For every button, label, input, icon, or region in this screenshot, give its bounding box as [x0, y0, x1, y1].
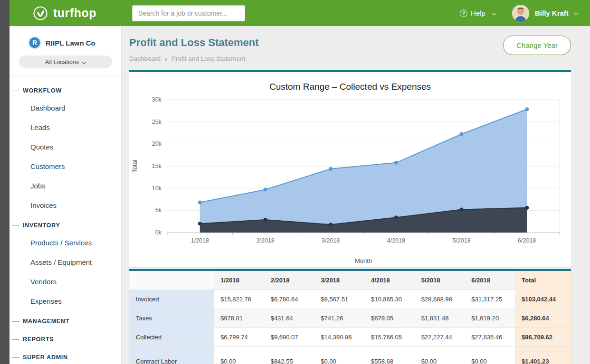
- table-group-spacer: [129, 347, 571, 352]
- chart-card: Custom Range – Collected vs Expenses 0k5…: [129, 70, 571, 267]
- sidebar-section-label: MANAGEMENT: [23, 318, 69, 325]
- table-header-row: 1/20182/20183/20184/20185/20186/2018Tota…: [129, 271, 571, 290]
- table-header-3-2018: 3/2018: [314, 271, 364, 290]
- sidebar-section-management: MANAGEMENT: [10, 311, 121, 329]
- search-input[interactable]: [132, 5, 245, 21]
- row-value: $9,690.07: [264, 328, 314, 347]
- tree-dash-icon: [12, 339, 19, 340]
- svg-text:5/2018: 5/2018: [452, 237, 470, 244]
- profit-loss-table: 1/20182/20183/20184/20185/20186/2018Tota…: [129, 271, 571, 364]
- row-label: Contract Labor: [129, 352, 214, 364]
- app-body: R RIIPL Lawn Co All Locations WORKFLOWDa…: [10, 26, 590, 364]
- table-row-invoiced: Invoiced$15,822.76$6,780.64$9,567.51$10,…: [129, 290, 571, 309]
- row-value: $842.55: [264, 352, 314, 364]
- table-header-4-2018: 4/2018: [364, 271, 415, 290]
- svg-text:Total: Total: [131, 159, 138, 173]
- company-name: RIIPL Lawn Co: [46, 39, 95, 47]
- sidebar-section-label: REPORTS: [23, 336, 54, 343]
- table-header-blank: [129, 271, 214, 290]
- row-value: $10,865.30: [364, 290, 415, 309]
- svg-text:3/2018: 3/2018: [322, 237, 340, 244]
- row-value: $0.00: [465, 352, 515, 364]
- row-value: $9,567.51: [314, 290, 364, 309]
- help-menu[interactable]: ? Help: [460, 9, 496, 17]
- row-value: $27,835.46: [465, 328, 515, 347]
- change-year-button[interactable]: Change Year: [503, 36, 571, 55]
- help-label: Help: [471, 9, 485, 17]
- row-value: $6,780.64: [264, 290, 314, 309]
- tree-dash-icon: [12, 225, 19, 226]
- window-left-gutter: [0, 0, 10, 364]
- app-shell: turfhop ? Help Billy Kraft: [10, 0, 590, 364]
- row-label: Collected: [129, 328, 214, 347]
- main-content: Profit and Loss Statement Dashboard › Pr…: [122, 26, 590, 364]
- chevron-down-icon: [82, 60, 86, 64]
- sidebar-nav: WORKFLOWDashboardLeadsQuotesCustomersJob…: [10, 76, 121, 364]
- row-label: Invoiced: [129, 290, 214, 309]
- row-value: $1,619.20: [465, 309, 515, 328]
- company-badge-icon: R: [29, 37, 41, 49]
- location-selector[interactable]: All Locations: [19, 56, 112, 68]
- row-value: $22,227.44: [415, 328, 465, 347]
- svg-text:25k: 25k: [152, 119, 162, 125]
- sidebar-item-expenses[interactable]: Expenses: [10, 291, 121, 311]
- breadcrumb-current: Profit and Loss Statement: [171, 55, 245, 62]
- sidebar-section-reports: REPORTS: [10, 329, 121, 347]
- company-header: R RIIPL Lawn Co: [10, 26, 121, 55]
- breadcrumb-dashboard[interactable]: Dashboard: [129, 55, 161, 62]
- table-header-2-2018: 2/2018: [264, 271, 314, 290]
- row-value: $0.00: [415, 352, 465, 364]
- breadcrumb-separator-icon: ›: [165, 55, 167, 63]
- user-avatar[interactable]: [512, 5, 529, 22]
- location-selector-label: All Locations: [45, 59, 79, 65]
- row-value: $6,799.74: [214, 328, 264, 347]
- row-total: $6,280.64: [515, 309, 571, 328]
- sidebar-item-jobs[interactable]: Jobs: [10, 176, 121, 196]
- row-value: $741.26: [314, 309, 364, 328]
- sidebar-section-label: SUPER ADMIN: [23, 354, 68, 361]
- svg-text:Month: Month: [355, 257, 372, 264]
- sidebar: R RIIPL Lawn Co All Locations WORKFLOWDa…: [10, 26, 122, 364]
- sidebar-item-vendors[interactable]: Vendors: [10, 272, 121, 291]
- row-value: $978.01: [214, 309, 264, 328]
- row-value: $1,831.48: [415, 309, 465, 328]
- profit-loss-table-card: 1/20182/20183/20184/20185/20186/2018Tota…: [129, 269, 571, 364]
- svg-text:4/2018: 4/2018: [387, 237, 405, 244]
- sidebar-item-leads[interactable]: Leads: [10, 118, 121, 137]
- table-row-collected: Collected$6,799.74$9,690.07$14,390.86$15…: [129, 328, 571, 347]
- tree-dash-icon: [12, 91, 19, 91]
- svg-text:0k: 0k: [155, 229, 162, 236]
- user-name: Billy Kraft: [535, 9, 569, 17]
- page-title: Profit and Loss Statement: [129, 37, 259, 49]
- row-value: $558.68: [364, 352, 415, 364]
- svg-text:20k: 20k: [152, 140, 162, 147]
- sidebar-item-invoices[interactable]: Invoices: [10, 196, 121, 215]
- sidebar-item-dashboard[interactable]: Dashboard: [10, 98, 121, 118]
- topbar: turfhop ? Help Billy Kraft: [10, 0, 590, 26]
- sidebar-section-label: INVENTORY: [23, 222, 60, 229]
- brand-logo[interactable]: turfhop: [32, 5, 124, 21]
- svg-text:5k: 5k: [155, 207, 162, 214]
- row-value: $679.05: [364, 309, 415, 328]
- row-value: $431.64: [264, 309, 314, 328]
- sidebar-section-super-admin: SUPER ADMIN: [10, 347, 121, 364]
- sidebar-item-assets-equipment[interactable]: Assets / Equipment: [10, 252, 121, 272]
- row-value: $28,688.98: [415, 290, 465, 309]
- sidebar-section-workflow: WORKFLOW: [10, 80, 121, 98]
- sidebar-item-customers[interactable]: Customers: [10, 157, 121, 176]
- row-value: $15,766.05: [364, 328, 415, 347]
- chevron-down-icon: [574, 10, 579, 15]
- table-row-taxes: Taxes$978.01$431.64$741.26$679.05$1,831.…: [129, 309, 571, 328]
- svg-text:30k: 30k: [152, 96, 162, 103]
- sidebar-item-products-services[interactable]: Products / Services: [10, 233, 121, 252]
- sidebar-item-quotes[interactable]: Quotes: [10, 137, 121, 157]
- sidebar-section-inventory: INVENTORY: [10, 215, 121, 233]
- row-value: $14,390.86: [314, 328, 364, 347]
- svg-text:6/2018: 6/2018: [518, 237, 536, 244]
- table-header-1-2018: 1/2018: [214, 271, 264, 290]
- svg-text:1/2018: 1/2018: [191, 237, 209, 244]
- user-menu[interactable]: Billy Kraft: [535, 9, 578, 17]
- sidebar-section-label: WORKFLOW: [23, 87, 62, 94]
- table-header-total: Total: [515, 271, 571, 290]
- turfhop-leaf-icon: [32, 5, 48, 21]
